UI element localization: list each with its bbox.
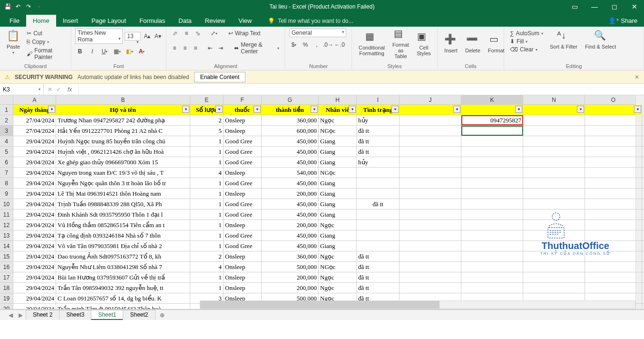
cell[interactable]: [400, 251, 461, 261]
fx-icon[interactable]: fx: [65, 85, 75, 94]
cell[interactable]: Onsleep: [224, 189, 262, 199]
cell[interactable]: [585, 283, 642, 293]
cell[interactable]: Ngọc: [319, 251, 357, 261]
cell[interactable]: 29/04/2024: [13, 209, 56, 219]
cell[interactable]: Võ văn Tân 0979035981 Địa chỉ số nhà 2: [56, 241, 190, 251]
cell[interactable]: 1: [190, 157, 224, 167]
cell[interactable]: [461, 209, 523, 219]
enable-content-button[interactable]: Enable Content: [194, 72, 246, 82]
cell[interactable]: 29/04/2024: [13, 283, 56, 293]
filter-icon[interactable]: ▾: [311, 106, 318, 113]
cell[interactable]: [357, 220, 400, 230]
cell[interactable]: 360,000: [262, 115, 319, 125]
cell[interactable]: [461, 136, 523, 146]
cell[interactable]: [357, 189, 400, 199]
cell[interactable]: [461, 189, 523, 199]
cell[interactable]: Giang: [319, 209, 357, 219]
header-cell-K[interactable]: ▾: [461, 105, 523, 115]
cell[interactable]: 4: [190, 168, 224, 178]
clear-button[interactable]: ⌫Clear▾: [508, 46, 545, 53]
cell[interactable]: Xe ghép giao thủy 0966697000 Xóm 15: [56, 157, 190, 167]
underline-button[interactable]: U▾: [100, 47, 109, 56]
cell[interactable]: [523, 283, 585, 293]
sheet-nav-next[interactable]: ▶: [16, 312, 26, 319]
qat-customize-icon[interactable]: ▾: [35, 3, 43, 10]
cell[interactable]: [585, 262, 642, 272]
decrease-decimal-icon[interactable]: ←.0: [335, 40, 344, 50]
cell[interactable]: Bùi lan Hương 0379593607 Gửi về thị trấ: [56, 272, 190, 282]
filter-icon[interactable]: ▾: [254, 106, 261, 113]
cell[interactable]: Trương Nhan 0947295827 242 đường phạ: [56, 115, 190, 125]
row-header[interactable]: 13: [0, 230, 13, 240]
cell[interactable]: 450,000: [262, 136, 319, 146]
cell[interactable]: Good Gree: [224, 209, 262, 219]
cell[interactable]: 1: [190, 199, 224, 209]
cell[interactable]: 29/04/2024: [13, 147, 56, 157]
cut-button[interactable]: ✂Cut: [25, 30, 67, 37]
header-cell-F[interactable]: thuốc▾: [224, 105, 262, 115]
cell[interactable]: Good Gree: [224, 230, 262, 240]
cell[interactable]: Huỳnh Ngọc trung 85 huyền trân công chú: [56, 136, 190, 146]
cell[interactable]: 450,000: [262, 241, 319, 251]
col-header-J[interactable]: J: [400, 95, 461, 104]
cell[interactable]: [357, 241, 400, 251]
cell[interactable]: Good Gree: [224, 157, 262, 167]
cell[interactable]: đã tt: [357, 199, 400, 209]
row-header[interactable]: 15: [0, 251, 13, 261]
sheet-tab[interactable]: Sheet3: [59, 310, 91, 320]
cell[interactable]: [400, 157, 461, 167]
merge-center-button[interactable]: ⬌Merge & Center▾: [232, 41, 281, 55]
cell[interactable]: Nguyễn Ngọc quân thôn 3 tt hoàn lão bố t…: [56, 178, 190, 188]
conditional-formatting-button[interactable]: ▦Conditional Formatting: [356, 30, 388, 57]
cell[interactable]: 2: [190, 251, 224, 261]
increase-decimal-icon[interactable]: .0→: [323, 40, 333, 50]
sheet-tab[interactable]: Sheet1: [91, 310, 123, 320]
cell[interactable]: [400, 230, 461, 240]
copy-button[interactable]: ⎘Copy▾: [25, 38, 67, 46]
cell[interactable]: 450,000: [262, 147, 319, 157]
cell[interactable]: Nguyen trong xuan Đ/C 19/3 võ thị sáu , …: [56, 168, 190, 178]
cell[interactable]: đã tt: [357, 251, 400, 261]
cell[interactable]: 29/04/2024: [13, 262, 56, 272]
cell[interactable]: [400, 209, 461, 219]
cell[interactable]: Dao truong Ảnh Sdt0975163772 Tổ 8, kh: [56, 251, 190, 261]
align-center-icon[interactable]: ≡: [181, 43, 189, 53]
filter-icon[interactable]: ▾: [453, 106, 460, 113]
cell[interactable]: 1: [190, 283, 224, 293]
cell[interactable]: [585, 168, 642, 178]
cell[interactable]: hủy: [357, 157, 400, 167]
bold-button[interactable]: B: [75, 47, 85, 56]
cell[interactable]: NGọc: [319, 126, 357, 136]
align-left-icon[interactable]: ≡: [170, 43, 179, 53]
cell[interactable]: 500,000: [262, 262, 319, 272]
align-middle-icon[interactable]: ≡: [182, 29, 191, 38]
cell[interactable]: [400, 272, 461, 282]
number-format-dropdown[interactable]: General: [289, 29, 346, 37]
cell[interactable]: Giang: [319, 136, 357, 146]
save-icon[interactable]: 💾: [4, 3, 11, 10]
orientation-icon[interactable]: ⤢▾: [209, 29, 219, 38]
tab-home[interactable]: Home: [26, 15, 56, 27]
cell[interactable]: [523, 220, 585, 230]
col-header-E[interactable]: E: [190, 95, 224, 104]
cell[interactable]: Giang: [319, 230, 357, 240]
cell[interactable]: [585, 136, 642, 146]
row-header[interactable]: 9: [0, 189, 13, 199]
filter-icon[interactable]: ▾: [215, 106, 223, 113]
cell[interactable]: 29/04/2024: [13, 220, 56, 230]
cell[interactable]: đã tt: [357, 126, 400, 136]
cell[interactable]: [400, 136, 461, 146]
cell[interactable]: 200,000: [262, 189, 319, 199]
cell[interactable]: [400, 147, 461, 157]
cell[interactable]: [523, 189, 585, 199]
cell[interactable]: 450,000: [262, 209, 319, 219]
cell[interactable]: [585, 126, 642, 136]
col-header-O[interactable]: O: [585, 95, 642, 104]
cell[interactable]: 4: [190, 262, 224, 272]
security-close-icon[interactable]: ✕: [634, 74, 639, 80]
tab-page-layout[interactable]: Page Layout: [85, 15, 133, 27]
cell[interactable]: Onsleep: [224, 262, 262, 272]
find-select-button[interactable]: 🔍Find & Select: [582, 29, 619, 50]
col-header-I[interactable]: I: [357, 95, 400, 104]
row-header[interactable]: 16: [0, 262, 13, 272]
